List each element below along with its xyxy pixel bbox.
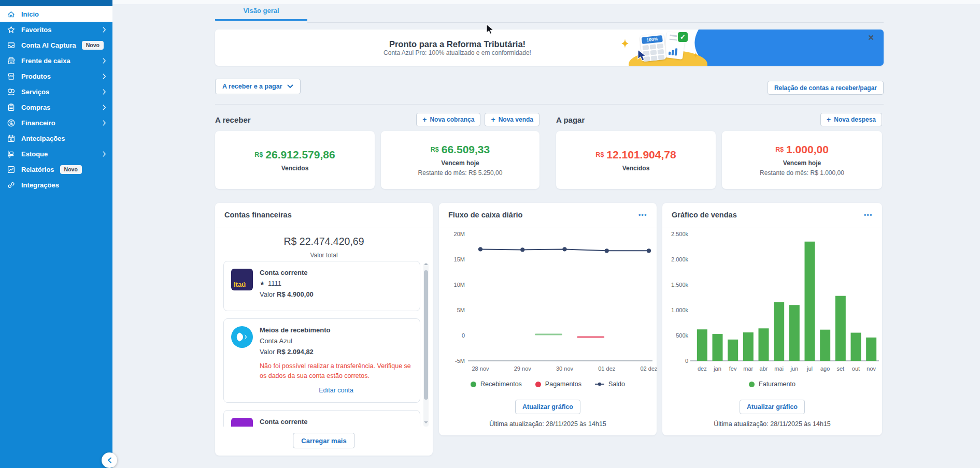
receivables-section-header: A receber +Nova cobrança +Nova venda xyxy=(215,112,539,127)
link-icon xyxy=(7,181,16,189)
sidebar-item-integracoes[interactable]: Integrações xyxy=(0,177,112,193)
sidebar-item-produtos[interactable]: Produtos xyxy=(0,68,112,84)
svg-text:jul: jul xyxy=(806,365,813,372)
scrollbar-thumb[interactable] xyxy=(424,270,428,400)
sales-bar-chart: 2.500k2.000k1.500k1.000k500k0dezjanfevma… xyxy=(662,229,882,376)
card-sublabel: Restante do mês: R$ 5.250,00 xyxy=(418,169,503,177)
bar-abr xyxy=(759,328,769,361)
sidebar-item-label: Relatórios xyxy=(21,166,54,173)
account-item-meios-de-recebimento[interactable]: Meios de recebimentoConta AzulValor R$ 2… xyxy=(223,318,420,403)
saldo-point xyxy=(478,247,482,251)
card-sublabel: Restante do mês: R$ 1.000,00 xyxy=(760,169,844,177)
edit-account-link[interactable]: Editar conta xyxy=(260,387,413,394)
new-charge-button[interactable]: +Nova cobrança xyxy=(416,113,480,126)
receivables-payables-dropdown[interactable]: A receber e a pagar xyxy=(215,79,301,94)
svg-text:jun: jun xyxy=(790,365,798,372)
daily-cashflow-card: Fluxo de caixa diário ••• 20M15M10M5M0-5… xyxy=(439,203,657,435)
itau-logo: Itaú xyxy=(231,269,253,290)
svg-text:01 dez: 01 dez xyxy=(598,365,615,372)
sidebar-item-frente-de-caixa[interactable]: Frente de caixa xyxy=(0,53,112,68)
stock-icon xyxy=(7,150,16,158)
sidebar-item-label: Estoque xyxy=(21,150,48,158)
new-badge: Novo xyxy=(82,41,104,50)
receivables-payables-report-button[interactable]: Relação de contas a receber/pagar xyxy=(768,81,884,95)
sidebar-item-label: Produtos xyxy=(21,72,51,80)
svg-text:15M: 15M xyxy=(454,256,465,262)
svg-text:ago: ago xyxy=(820,365,830,372)
payables-section-header: A pagar +Nova despesa xyxy=(556,112,882,127)
scroll-down-arrow[interactable] xyxy=(424,421,428,426)
account-name: Conta corrente xyxy=(260,269,413,276)
bar-mar xyxy=(743,332,754,361)
accounts-card-title: Contas financeiras xyxy=(224,211,292,219)
sidebar-item-favoritos[interactable]: Favoritos xyxy=(0,22,112,37)
update-chart-button[interactable]: Atualizar gráfico xyxy=(740,400,805,414)
conta-azul-logo xyxy=(231,326,253,348)
account-item-conta-corrente[interactable]: Conta corrente xyxy=(223,410,420,427)
card-menu-icon[interactable]: ••• xyxy=(864,211,873,218)
sidebar-item-servicos[interactable]: Serviços xyxy=(0,84,112,99)
sidebar-collapse-button[interactable] xyxy=(102,452,117,468)
svg-text:2.000k: 2.000k xyxy=(671,256,689,262)
new-sale-button[interactable]: +Nova venda xyxy=(485,113,539,126)
sidebar-item-label: Conta AI Captura xyxy=(21,41,76,49)
svg-text:30 nov: 30 nov xyxy=(556,365,574,372)
sidebar-item-inicio[interactable]: Início xyxy=(0,6,112,22)
account-value: Valor R$ 2.094,82 xyxy=(260,348,413,356)
chevron-right-icon xyxy=(103,89,106,95)
account-name: Conta corrente xyxy=(260,418,413,426)
tab-visao-geral[interactable]: Visão geral xyxy=(215,7,307,21)
accounts-total-label: Valor total xyxy=(215,252,433,259)
bar-mai xyxy=(774,302,784,361)
receivables-title: A receber xyxy=(215,115,251,124)
plus-icon: + xyxy=(827,115,831,124)
sidebar-item-antecipacoes[interactable]: Antecipações xyxy=(0,130,112,146)
cashflow-card-title: Fluxo de caixa diário xyxy=(448,211,522,219)
bar-dez xyxy=(697,329,707,361)
svg-text:abr: abr xyxy=(760,365,768,372)
svg-text:10M: 10M xyxy=(454,282,465,288)
load-more-button[interactable]: Carregar mais xyxy=(293,433,354,448)
sidebar-item-conta-ai-captura[interactable]: Conta AI CapturaNovo xyxy=(0,37,112,53)
tab-label: Visão geral xyxy=(243,7,279,14)
payables-overdue-value: R$12.101.904,78 xyxy=(595,149,676,161)
legend-recebimentos: Recebimentos xyxy=(471,381,522,388)
new-expense-button[interactable]: +Nova despesa xyxy=(820,113,882,126)
sidebar-item-label: Financeiro xyxy=(21,119,55,127)
banner-close-icon[interactable]: ✕ xyxy=(864,33,877,43)
receivables-due-today-card: R$66.509,33 Vencem hoje Restante do mês:… xyxy=(381,131,539,189)
bank-logo xyxy=(231,418,253,427)
sidebar-item-label: Compras xyxy=(21,104,50,111)
sales-card-title: Gráfico de vendas xyxy=(672,211,737,219)
update-chart-button[interactable]: Atualizar gráfico xyxy=(515,400,580,414)
accounts-scrollbar[interactable] xyxy=(423,263,429,427)
sidebar-item-compras[interactable]: Compras xyxy=(0,99,112,115)
account-value: Valor R$ 4.900,00 xyxy=(260,290,413,298)
cashflow-last-update: Última atualização: 28/11/2025 às 14h15 xyxy=(439,420,657,428)
button-label: Nova cobrança xyxy=(430,116,474,123)
sales-chart-card: Gráfico de vendas ••• 2.500k2.000k1.500k… xyxy=(662,203,882,435)
svg-text:1.500k: 1.500k xyxy=(671,282,689,288)
bar-fev xyxy=(728,340,738,361)
chevron-right-icon xyxy=(103,74,106,79)
scroll-up-arrow[interactable] xyxy=(424,261,428,265)
tab-bar-line xyxy=(307,22,884,23)
card-label: Vencem hoje xyxy=(783,159,821,167)
banner-title: Pronto para a Reforma Tributária! xyxy=(389,39,525,49)
account-item-conta-corrente[interactable]: ItaúConta corrente★1111Valor R$ 4.900,00 xyxy=(223,261,420,311)
sidebar-item-financeiro[interactable]: Financeiro xyxy=(0,115,112,130)
svg-text:set: set xyxy=(836,365,844,372)
card-menu-icon[interactable]: ••• xyxy=(638,211,647,218)
sidebar-item-relatorios[interactable]: RelatóriosNovo xyxy=(0,162,112,177)
svg-text:mai: mai xyxy=(774,365,784,372)
account-detail: ★1111 xyxy=(260,280,413,287)
star-icon xyxy=(7,25,16,34)
register-icon xyxy=(7,56,16,65)
button-label: Nova venda xyxy=(499,116,533,123)
dollar-icon xyxy=(7,119,16,127)
receivables-overdue-value: R$26.912.579,86 xyxy=(254,149,335,161)
sidebar-item-estoque[interactable]: Estoque xyxy=(0,146,112,162)
new-badge: Novo xyxy=(60,165,82,174)
legend-label: Saldo xyxy=(608,381,625,388)
saldo-marker xyxy=(595,382,604,387)
